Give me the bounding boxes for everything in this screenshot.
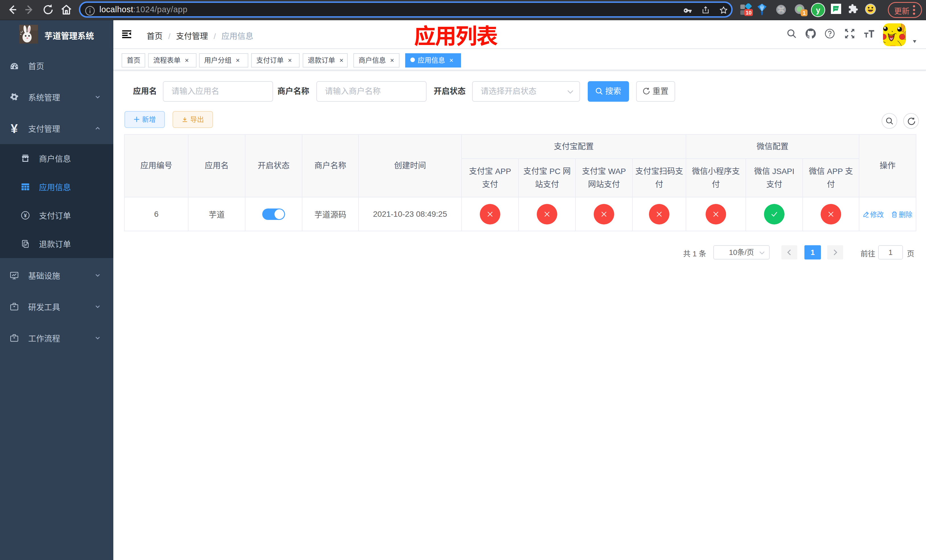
svg-text:1: 1 [803,10,806,16]
svg-text:¥: ¥ [24,212,27,218]
svg-text:⌘: ⌘ [778,6,784,13]
svg-text:y: y [816,6,820,15]
svg-text:10: 10 [746,10,752,16]
